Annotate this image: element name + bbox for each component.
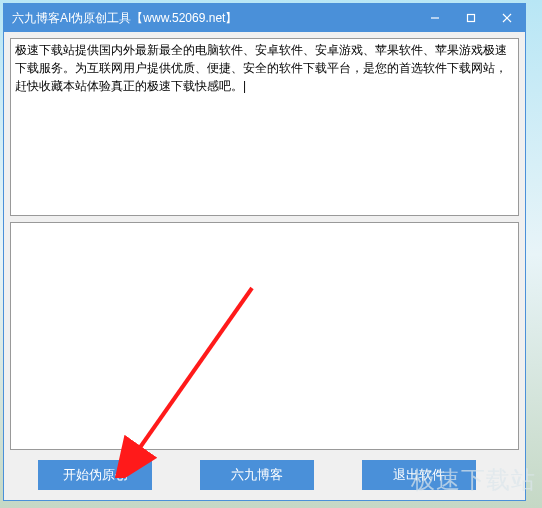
content-area: 开始伪原创 六九博客 退出软件 — [4, 32, 525, 500]
titlebar: 六九博客AI伪原创工具【www.52069.net】 — [4, 4, 525, 32]
exit-button[interactable]: 退出软件 — [362, 460, 476, 490]
close-button[interactable] — [489, 4, 525, 32]
app-window: 六九博客AI伪原创工具【www.52069.net】 开始伪原创 六九博客 退出… — [3, 3, 526, 501]
maximize-button[interactable] — [453, 4, 489, 32]
button-row: 开始伪原创 六九博客 退出软件 — [10, 456, 519, 494]
minimize-button[interactable] — [417, 4, 453, 32]
start-button[interactable]: 开始伪原创 — [38, 460, 152, 490]
output-textarea[interactable] — [10, 222, 519, 450]
svg-rect-1 — [468, 15, 475, 22]
window-controls — [417, 4, 525, 32]
blog-button[interactable]: 六九博客 — [200, 460, 314, 490]
input-textarea[interactable] — [10, 38, 519, 216]
window-title: 六九博客AI伪原创工具【www.52069.net】 — [12, 10, 417, 27]
